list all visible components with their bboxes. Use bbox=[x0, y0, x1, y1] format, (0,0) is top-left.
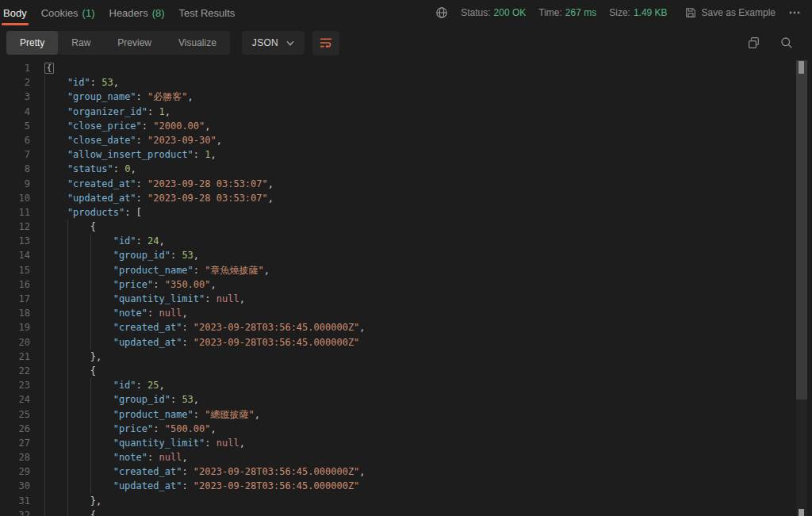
line-number: 22 bbox=[0, 364, 30, 378]
indent-guide bbox=[44, 105, 67, 119]
line-number: 23 bbox=[0, 378, 30, 392]
language-dropdown[interactable]: JSON bbox=[242, 31, 304, 55]
tab-cookies-label: Cookies bbox=[41, 7, 79, 19]
indent-guide bbox=[44, 177, 67, 191]
indent-guide bbox=[44, 436, 67, 450]
indent-guide bbox=[44, 350, 67, 364]
cookies-count-badge: (1) bbox=[82, 7, 95, 19]
view-mode-visualize[interactable]: Visualize bbox=[165, 31, 230, 55]
line-number: 1 bbox=[0, 61, 30, 75]
line-content: "close_date": "2023-09-30", bbox=[44, 133, 222, 147]
line-content: "group_id": 53, bbox=[44, 392, 199, 407]
indent-guide bbox=[90, 263, 113, 277]
indent-guide bbox=[67, 263, 90, 277]
size-value: 1.49 KB bbox=[634, 7, 668, 18]
line-number: 31 bbox=[0, 494, 30, 508]
tab-test-results[interactable]: Test Results bbox=[179, 0, 236, 25]
line-content: "close_price": "2000.00", bbox=[44, 119, 211, 133]
line-number: 15 bbox=[0, 263, 30, 277]
line-number: 4 bbox=[0, 105, 30, 119]
indent-guide bbox=[44, 162, 67, 176]
fold-toggle[interactable]: { bbox=[44, 63, 54, 74]
code-line: 29"created_at": "2023-09-28T03:56:45.000… bbox=[0, 464, 812, 479]
line-number: 14 bbox=[0, 248, 30, 262]
view-mode-preview[interactable]: Preview bbox=[104, 31, 165, 55]
code-line: 10"updated_at": "2023-09-28 03:53:07", bbox=[0, 191, 812, 205]
scrollbar-thumb[interactable] bbox=[799, 61, 804, 74]
indent-guide bbox=[67, 234, 90, 248]
line-content: { bbox=[44, 61, 54, 75]
view-mode-segmented-control: Pretty Raw Preview Visualize bbox=[6, 31, 230, 55]
response-meta: Status: 200 OK Time: 267 ms Size: 1.49 K… bbox=[435, 6, 801, 19]
indent-guide bbox=[44, 205, 67, 220]
tab-body[interactable]: Body bbox=[3, 0, 27, 25]
indent-guide bbox=[67, 378, 90, 392]
code-line: 28"note": null, bbox=[0, 450, 812, 464]
code-line: 18"note": null, bbox=[0, 306, 812, 320]
indent-guide bbox=[67, 494, 90, 508]
indent-guide bbox=[67, 479, 90, 493]
code-line: 5"close_price": "2000.00", bbox=[0, 119, 812, 133]
line-content: "group_name": "必勝客", bbox=[44, 90, 193, 104]
view-mode-pretty[interactable]: Pretty bbox=[6, 31, 58, 55]
code-line: 12{ bbox=[0, 220, 812, 234]
indent-guide bbox=[67, 335, 90, 350]
indent-guide bbox=[44, 335, 67, 350]
code-line: 25"product_name": "總匯披薩", bbox=[0, 407, 812, 422]
globe-icon[interactable] bbox=[435, 6, 448, 19]
indent-guide bbox=[44, 119, 67, 133]
indent-guide bbox=[67, 364, 90, 378]
view-mode-raw[interactable]: Raw bbox=[58, 31, 104, 55]
tab-headers[interactable]: Headers (8) bbox=[109, 0, 165, 25]
line-number: 25 bbox=[0, 407, 30, 422]
more-options-icon[interactable] bbox=[788, 7, 801, 18]
code-line: 31}, bbox=[0, 494, 812, 508]
line-number: 21 bbox=[0, 350, 30, 364]
code-line: 1{ bbox=[0, 61, 812, 75]
line-content: }, bbox=[44, 494, 102, 508]
line-number: 11 bbox=[0, 205, 30, 220]
status-indicator[interactable]: Status: 200 OK bbox=[461, 7, 526, 18]
scrollbar-bottom-thumb[interactable] bbox=[799, 509, 804, 516]
line-number: 13 bbox=[0, 234, 30, 248]
search-icon[interactable] bbox=[780, 36, 793, 49]
indent-guide bbox=[67, 508, 90, 516]
line-content: }, bbox=[44, 350, 102, 364]
line-number: 19 bbox=[0, 320, 30, 334]
line-number: 29 bbox=[0, 464, 30, 479]
indent-guide bbox=[90, 248, 113, 262]
wrap-text-button[interactable] bbox=[312, 31, 339, 55]
line-number: 6 bbox=[0, 133, 30, 147]
line-content: "id": 24, bbox=[44, 234, 165, 248]
scrollbar-track[interactable] bbox=[796, 60, 807, 399]
line-number: 9 bbox=[0, 177, 30, 191]
indent-guide bbox=[90, 234, 113, 248]
indent-guide bbox=[90, 320, 113, 334]
save-as-example-button[interactable]: Save as Example bbox=[685, 7, 776, 18]
indent-guide bbox=[44, 248, 67, 262]
indent-guide bbox=[44, 364, 67, 378]
line-content: "updated_at": "2023-09-28 03:53:07", bbox=[44, 191, 274, 205]
copy-icon[interactable] bbox=[747, 36, 760, 50]
line-number: 5 bbox=[0, 119, 30, 133]
indent-guide bbox=[67, 350, 90, 364]
line-content: "quantity_limit": null, bbox=[44, 436, 245, 450]
status-value: 200 OK bbox=[494, 7, 527, 18]
indent-guide bbox=[90, 378, 113, 392]
indent-guide bbox=[90, 407, 113, 422]
indent-guide bbox=[67, 422, 90, 436]
indent-guide bbox=[44, 75, 67, 90]
time-indicator[interactable]: Time: 267 ms bbox=[538, 7, 596, 18]
code-line: 21}, bbox=[0, 350, 812, 364]
line-number: 16 bbox=[0, 277, 30, 292]
line-content: "product_name": "總匯披薩", bbox=[44, 407, 260, 422]
tab-cookies[interactable]: Cookies (1) bbox=[41, 0, 95, 25]
tab-headers-label: Headers bbox=[109, 7, 148, 19]
indent-guide bbox=[44, 191, 67, 205]
line-content: "id": 25, bbox=[44, 378, 165, 392]
line-content: { bbox=[44, 220, 96, 234]
indent-guide bbox=[44, 392, 67, 407]
indent-guide bbox=[67, 464, 90, 479]
code-line: 2"id": 53, bbox=[0, 75, 812, 90]
size-indicator[interactable]: Size: 1.49 KB bbox=[609, 7, 667, 18]
